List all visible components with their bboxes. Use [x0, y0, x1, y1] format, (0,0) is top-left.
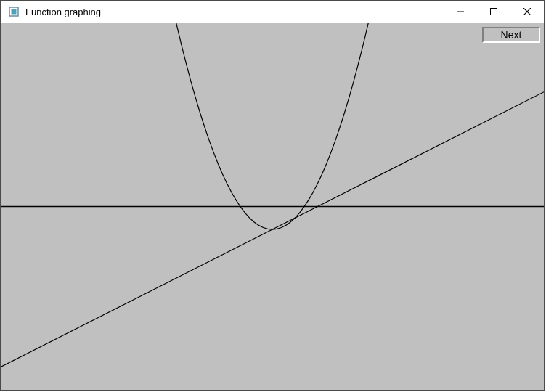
maximize-button[interactable]	[477, 1, 510, 23]
app-icon	[8, 6, 20, 17]
close-button[interactable]	[510, 1, 544, 23]
app-window: Function graphing Next	[0, 0, 545, 391]
window-controls	[444, 1, 544, 23]
svg-rect-3	[491, 9, 497, 15]
graph-canvas: Next	[1, 23, 544, 390]
svg-rect-1	[12, 9, 17, 15]
window-title: Function graphing	[25, 7, 101, 17]
plot-svg	[1, 23, 544, 390]
titlebar: Function graphing	[1, 1, 544, 23]
next-button[interactable]: Next	[482, 27, 540, 43]
minimize-button[interactable]	[444, 1, 477, 23]
